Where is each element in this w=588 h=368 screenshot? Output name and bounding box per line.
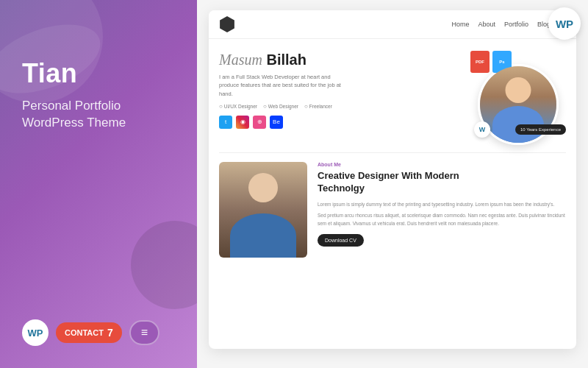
- hero-description: I am a Full Stack Web Developer at heart…: [219, 73, 351, 98]
- elementor-badge: ≡: [129, 320, 159, 345]
- sidebar-title: Tian: [22, 59, 175, 88]
- hero-first-name: Masum: [219, 52, 262, 68]
- hero-last-name: Billah: [266, 52, 306, 68]
- about-text-content: About Me Creative Designer With Modern T…: [318, 162, 566, 258]
- about-paragraph-1: Lorem ipsum is simply dummy text of the …: [318, 201, 566, 208]
- sidebar-badges: WP CONTACT 7 ≡: [22, 319, 175, 346]
- instagram-button[interactable]: ◉: [236, 116, 249, 129]
- preview-hero: Masum Billah I am a Full Stack Web Devel…: [209, 39, 576, 152]
- wp-corner-badge: WP: [548, 7, 581, 40]
- hero-name: Masum Billah: [219, 51, 460, 68]
- experience-badge: 10 Years Experience: [515, 124, 566, 135]
- preview-logo-icon: [219, 16, 235, 32]
- nav-home[interactable]: Home: [451, 21, 469, 28]
- w-badge: W: [474, 121, 490, 138]
- behance-button[interactable]: Be: [270, 116, 283, 129]
- hero-social-links: t ◉ ⊕ Be: [219, 116, 460, 129]
- contact-form-badge: CONTACT 7: [56, 322, 122, 343]
- sidebar: Tian Personal Portfolio WordPress Theme …: [0, 0, 197, 368]
- download-cv-button[interactable]: Download CV: [318, 234, 364, 247]
- nav-portfolio[interactable]: Portfolio: [504, 21, 528, 28]
- about-label: About Me: [318, 162, 566, 167]
- hero-text-area: Masum Billah I am a Full Stack Web Devel…: [219, 51, 460, 145]
- theme-preview-card: Home About Portfolio Blog ⋯ Masum Billah…: [209, 10, 576, 349]
- about-paragraph-2: Sed pretium arcu rhoncus risus aliquet, …: [318, 212, 566, 227]
- dribbble-button[interactable]: ⊕: [253, 116, 266, 129]
- about-title: Creative Designer With Modern Technolgy: [318, 170, 566, 195]
- main-content: WP Home About Portfolio Blog ⋯ Masum Bil…: [197, 0, 588, 368]
- preview-about-section: About Me Creative Designer With Modern T…: [209, 153, 576, 266]
- nav-about[interactable]: About: [478, 21, 495, 28]
- hero-tag-web: Web Designer: [263, 103, 298, 110]
- hero-tags: UI/UX Designer Web Designer Freelancer: [219, 103, 460, 110]
- twitter-button[interactable]: t: [219, 116, 232, 129]
- about-person-image: [219, 162, 307, 258]
- hero-tag-ux: UI/UX Designer: [219, 103, 257, 110]
- wordpress-badge: WP: [22, 319, 49, 346]
- hero-tag-freelance: Freelancer: [304, 103, 332, 110]
- hero-image-area: PDF Ps W 10 Years Experience: [470, 51, 566, 145]
- preview-navbar: Home About Portfolio Blog ⋯: [209, 10, 576, 39]
- sidebar-subtitle: Personal Portfolio WordPress Theme: [22, 97, 175, 132]
